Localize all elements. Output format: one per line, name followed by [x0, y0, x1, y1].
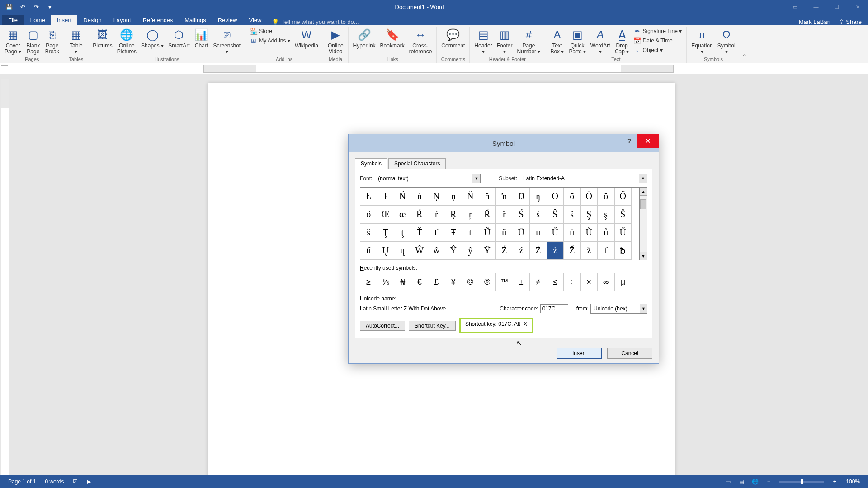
status-spell-check[interactable]: ☑: [68, 479, 82, 485]
recent-symbol-cell[interactable]: ≠: [530, 273, 547, 291]
symbol-cell[interactable]: œ: [394, 206, 411, 224]
symbol-cell[interactable]: ŉ: [496, 188, 513, 206]
quick-parts-button[interactable]: ▣Quick Parts ▾: [567, 27, 587, 56]
ruler-horizontal[interactable]: [203, 65, 674, 73]
tab-mailings[interactable]: Mailings: [179, 15, 212, 25]
cross-reference-button[interactable]: ↔Cross- reference: [407, 27, 434, 56]
footer-button[interactable]: ▥Footer ▾: [495, 27, 514, 56]
tab-design[interactable]: Design: [77, 15, 107, 25]
symbol-cell[interactable]: Ų: [377, 242, 395, 260]
user-name[interactable]: Mark LaBarr: [799, 19, 831, 25]
symbol-cell[interactable]: ŕ: [428, 206, 445, 224]
symbol-cell[interactable]: Ş: [581, 206, 598, 224]
recent-symbol-cell[interactable]: ₦: [394, 273, 411, 291]
tell-me-search[interactable]: 💡 Tell me what you want to do...: [267, 19, 798, 25]
symbol-cell[interactable]: ŭ: [564, 224, 581, 242]
symbol-cell[interactable]: ň: [479, 188, 496, 206]
tab-home[interactable]: Home: [24, 15, 51, 25]
view-web-layout-button[interactable]: 🌐: [748, 476, 762, 487]
redo-button[interactable]: ↷: [32, 2, 41, 11]
recent-symbol-cell[interactable]: ≤: [547, 273, 564, 291]
symbol-cell[interactable]: ů: [598, 224, 615, 242]
symbol-cell[interactable]: Ś: [513, 206, 530, 224]
symbol-grid[interactable]: ŁłŃńŅņŇňŉŊŋŌōŎŏŐőŒœŔŕŖŗŘřŚśŜŝŞşŠšŢţŤťŦŧŨ…: [360, 187, 639, 260]
object-button[interactable]: ▫Object ▾: [632, 46, 684, 55]
zoom-out-button[interactable]: −: [762, 476, 775, 487]
symbol-cell[interactable]: ş: [598, 206, 615, 224]
symbol-cell[interactable]: ō: [564, 188, 581, 206]
tab-special-characters[interactable]: Special Characters: [388, 158, 446, 169]
cancel-button[interactable]: Cancel: [607, 348, 652, 359]
tab-symbols[interactable]: Symbols: [355, 158, 387, 169]
symbol-cell[interactable]: Ű: [615, 224, 632, 242]
symbol-cell[interactable]: Ū: [513, 224, 530, 242]
symbol-cell[interactable]: Œ: [377, 206, 395, 224]
wordart-button[interactable]: AWordArt ▾: [589, 27, 612, 56]
recent-symbol-cell[interactable]: €: [411, 273, 429, 291]
share-button[interactable]: ⇪ Share: [839, 19, 862, 25]
symbol-cell[interactable]: ŵ: [428, 242, 445, 260]
symbol-cell[interactable]: š: [360, 224, 377, 242]
symbol-cell[interactable]: Ł: [360, 188, 377, 206]
store-button[interactable]: 🏪Store: [248, 27, 292, 36]
symbol-cell[interactable]: Ň: [462, 188, 479, 206]
recent-symbol-cell[interactable]: ⅗: [377, 273, 395, 291]
tab-layout[interactable]: Layout: [108, 15, 137, 25]
scroll-thumb[interactable]: [640, 199, 646, 209]
dialog-title-bar[interactable]: Symbol ? ✕: [349, 134, 659, 152]
symbol-cell[interactable]: ś: [530, 206, 547, 224]
comment-button[interactable]: 💬Comment: [439, 27, 467, 50]
insert-button[interactable]: Insert: [557, 348, 602, 359]
zoom-slider[interactable]: [779, 481, 824, 483]
symbol-cell[interactable]: ř: [496, 206, 513, 224]
shortcut-key-button[interactable]: Shortcut Key...: [409, 321, 456, 331]
tab-file[interactable]: File: [2, 15, 24, 25]
character-code-input[interactable]: [540, 304, 568, 313]
symbol-cell[interactable]: Ŝ: [547, 206, 564, 224]
blank-page-button[interactable]: ▢Blank Page: [24, 27, 42, 56]
tab-review[interactable]: Review: [212, 15, 243, 25]
symbol-cell[interactable]: Š: [615, 206, 632, 224]
symbol-grid-scrollbar[interactable]: ▲ ▼: [639, 187, 647, 260]
autocorrect-button[interactable]: AutoCorrect...: [360, 321, 405, 331]
screenshot-button[interactable]: ⎚Screenshot ▾: [211, 27, 242, 56]
symbol-cell[interactable]: ņ: [445, 188, 462, 206]
symbol-cell[interactable]: ũ: [496, 224, 513, 242]
online-video-button[interactable]: ▶Online Video: [326, 27, 345, 56]
recent-symbol-cell[interactable]: £: [428, 273, 445, 291]
symbol-cell[interactable]: Ż: [530, 242, 547, 260]
drop-cap-button[interactable]: A̲Drop Cap ▾: [613, 27, 631, 56]
symbol-cell[interactable]: ł: [377, 188, 395, 206]
close-window-button[interactable]: ✕: [847, 0, 868, 14]
shapes-button[interactable]: ◯Shapes ▾: [139, 27, 165, 50]
qat-customize-button[interactable]: ▾: [45, 2, 54, 11]
scroll-down-button[interactable]: ▼: [640, 252, 647, 260]
symbol-cell[interactable]: ź: [513, 242, 530, 260]
symbol-cell[interactable]: ū: [530, 224, 547, 242]
symbol-cell[interactable]: Ő: [615, 188, 632, 206]
symbol-button[interactable]: ΩSymbol ▾: [716, 27, 737, 56]
collapse-ribbon-button[interactable]: ^: [740, 27, 749, 63]
symbol-cell[interactable]: ų: [394, 242, 411, 260]
status-page[interactable]: Page 1 of 1: [4, 479, 40, 485]
status-macro[interactable]: ▶: [82, 479, 95, 485]
ruler-vertical[interactable]: [1, 79, 9, 475]
symbol-cell[interactable]: Ņ: [428, 188, 445, 206]
symbol-cell[interactable]: ŝ: [564, 206, 581, 224]
dialog-close-button[interactable]: ✕: [637, 134, 659, 148]
subset-input[interactable]: [520, 174, 639, 183]
scroll-up-button[interactable]: ▲: [640, 188, 647, 196]
cover-page-button[interactable]: ▦Cover Page ▾: [3, 27, 23, 56]
tab-view[interactable]: View: [243, 15, 267, 25]
from-combo[interactable]: ▼: [590, 304, 647, 314]
tab-selector[interactable]: L: [1, 65, 8, 72]
recent-symbol-cell[interactable]: ¥: [445, 273, 462, 291]
bookmark-button[interactable]: 🔖Bookmark: [378, 27, 406, 50]
symbol-cell[interactable]: Ń: [394, 188, 411, 206]
symbol-cell[interactable]: Ŭ: [547, 224, 564, 242]
symbol-cell[interactable]: ƀ: [615, 242, 632, 260]
symbol-cell[interactable]: Ř: [479, 206, 496, 224]
symbol-cell[interactable]: Ź: [496, 242, 513, 260]
recent-symbol-cell[interactable]: ≥: [360, 273, 377, 291]
recent-symbol-cell[interactable]: ±: [513, 273, 530, 291]
